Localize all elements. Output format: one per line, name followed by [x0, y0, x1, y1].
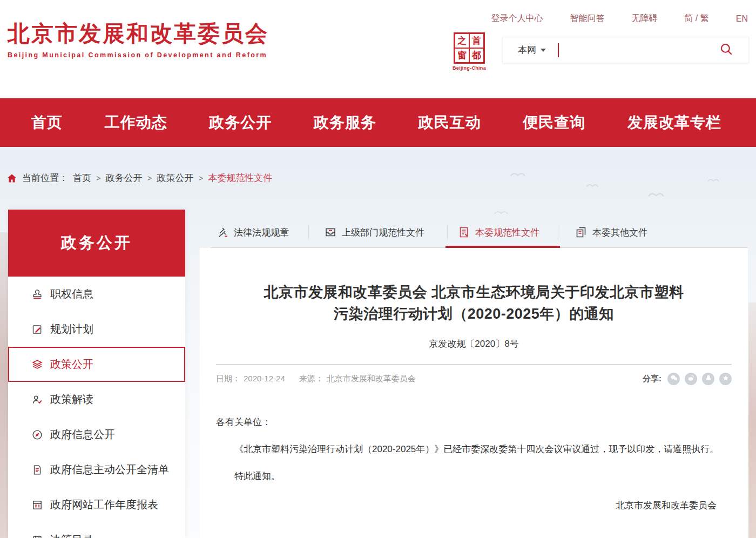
article-title-line: 北京市发展和改革委员会 北京市生态环境局关于印发北京市塑料 — [264, 284, 684, 300]
sidebar-item-label: 政府信息主动公开全清单 — [50, 462, 169, 477]
utility-link-4[interactable]: EN — [736, 14, 748, 24]
inbox-icon — [324, 226, 337, 239]
capital-window-seal-logo[interactable]: 之首窗都 Beijing-China — [450, 32, 489, 71]
sidebar-item-政策公开[interactable]: 政策公开 — [8, 347, 185, 382]
breadcrumb-separator: > — [96, 173, 101, 183]
tab-法律法规规章[interactable]: 法律法规规章 — [216, 217, 289, 247]
sidebar-item-决策目录[interactable]: 决策目录 — [8, 522, 185, 538]
search-bar: 本网 — [502, 37, 749, 63]
site-subtitle: Beijing Municipal Commission of Developm… — [8, 51, 269, 59]
site-logo[interactable]: 北京市发展和改革委员会 Beijing Municipal Commission… — [8, 23, 269, 59]
seal-char: 之 — [455, 34, 469, 48]
source-label: 来源： — [299, 374, 323, 384]
nav-item[interactable]: 政民互动 — [418, 112, 481, 133]
sidebar-title: 政务公开 — [8, 210, 185, 277]
article-meta: 日期：2020-12-24 来源：北京市发展和改革委员会 分享: — [216, 373, 732, 385]
list-doc-icon — [31, 464, 43, 476]
breadcrumb-current[interactable]: 本委规范性文件 — [208, 172, 272, 184]
tab-上级部门规范性文件[interactable]: 上级部门规范性文件 — [324, 217, 424, 247]
catalog-icon — [31, 534, 43, 538]
bird-watermark — [707, 175, 719, 185]
sidebar-item-规划计划[interactable]: 规划计划 — [8, 312, 185, 347]
nav-item[interactable]: 政务公开 — [209, 112, 272, 133]
nav-item[interactable]: 便民查询 — [523, 112, 585, 133]
compass-icon — [31, 429, 43, 441]
tab-本委其他文件[interactable]: 本委其他文件 — [575, 217, 647, 247]
seal-char: 都 — [470, 49, 483, 62]
utility-link-3[interactable]: 简 / 繁 — [684, 13, 708, 24]
article-title: 北京市发展和改革委员会 北京市生态环境局关于印发北京市塑料污染治理行动计划（20… — [261, 281, 687, 325]
utility-link-0[interactable]: 登录个人中心 — [491, 13, 543, 24]
nav-item[interactable]: 首页 — [31, 112, 63, 133]
sidebar-item-label: 政府网站工作年度报表 — [50, 497, 158, 512]
nav-item[interactable]: 发展改革专栏 — [627, 112, 721, 133]
date-value: 2020-12-24 — [244, 374, 285, 384]
left-edge-watermark — [0, 232, 8, 538]
law-icon — [216, 226, 229, 239]
sidebar-item-label: 政策解读 — [50, 392, 93, 407]
weibo-share-button[interactable] — [685, 373, 697, 385]
main-nav: 首页工作动态政务公开政务服务政民互动便民查询发展改革专栏 — [0, 98, 756, 147]
sidebar-item-政府信息公开[interactable]: 政府信息公开 — [8, 417, 185, 452]
breadcrumb-link[interactable]: 政策公开 — [157, 172, 194, 184]
seal-char: 首 — [470, 34, 483, 48]
date-label: 日期： — [216, 374, 240, 384]
doc-number: 京发改规〔2020〕8号 — [200, 338, 748, 350]
sidebar-item-政策解读[interactable]: 政策解读 — [8, 382, 185, 417]
breadcrumb-separator: > — [147, 173, 152, 183]
home-icon[interactable] — [6, 173, 17, 184]
article-title-line: 污染治理行动计划（2020-2025年）的通知 — [334, 306, 614, 322]
nav-item[interactable]: 政务服务 — [314, 112, 376, 133]
sidebar-item-label: 职权信息 — [50, 287, 93, 301]
breadcrumb-link[interactable]: 政务公开 — [106, 172, 143, 184]
signature: 北京市发展和改革委员会 — [216, 495, 732, 516]
utility-link-2[interactable]: 无障碍 — [631, 13, 657, 24]
search-button[interactable] — [716, 42, 737, 58]
qq-share-icon — [705, 374, 712, 384]
breadcrumb-link[interactable]: 首页 — [73, 172, 91, 184]
salutation: 各有关单位： — [216, 412, 732, 433]
sidebar-item-label: 规划计划 — [50, 322, 93, 337]
right-edge-watermark — [748, 302, 756, 538]
tab-divider — [558, 225, 558, 239]
search-scope-dropdown[interactable]: 本网 — [518, 44, 546, 56]
paragraph: 特此通知。 — [216, 466, 732, 487]
breadcrumb-separator: > — [199, 173, 204, 183]
bird-watermark — [648, 190, 664, 200]
docs-copy-icon — [575, 226, 588, 239]
weibo-share-icon — [687, 374, 695, 384]
chevron-down-icon — [541, 49, 546, 52]
date-source: 日期：2020-12-24 来源：北京市发展和改革委员会 — [216, 374, 416, 384]
breadcrumb: 当前位置： 首页>政务公开>政策公开>本委规范性文件 — [6, 172, 272, 184]
tab-label: 本委规范性文件 — [475, 226, 539, 239]
report-icon — [31, 499, 43, 511]
qq-share-button[interactable] — [702, 373, 714, 385]
sidebar-item-政府信息主动公开全清单[interactable]: 政府信息主动公开全清单 — [8, 452, 185, 487]
tab-label: 本委其他文件 — [592, 226, 647, 239]
stamp-icon — [31, 288, 43, 300]
tab-label: 上级部门规范性文件 — [342, 226, 424, 239]
doc-pen-icon — [457, 226, 470, 239]
sidebar-item-label: 政府信息公开 — [50, 427, 115, 442]
seal-caption: Beijing-China — [450, 65, 489, 71]
interpret-icon — [31, 394, 43, 406]
site-title: 北京市发展和改革委员会 — [8, 23, 269, 45]
title-separator — [216, 364, 732, 365]
more-share-button[interactable] — [719, 373, 732, 385]
sidebar-item-职权信息[interactable]: 职权信息 — [8, 277, 185, 312]
tab-divider — [308, 225, 309, 239]
utility-link-1[interactable]: 智能问答 — [570, 13, 604, 24]
tab-本委规范性文件[interactable]: 本委规范性文件 — [457, 217, 539, 247]
nav-item[interactable]: 工作动态 — [105, 112, 167, 133]
article-panel: 北京市发展和改革委员会 北京市生态环境局关于印发北京市塑料污染治理行动计划（20… — [200, 248, 748, 538]
bird-watermark — [510, 170, 525, 179]
source-value: 北京市发展和改革委员会 — [327, 374, 416, 384]
seal-grid: 之首窗都 — [454, 32, 485, 64]
tab-label: 法律法规规章 — [234, 226, 289, 239]
search-input[interactable] — [559, 37, 716, 63]
sidebar-item-政府网站工作年度报表[interactable]: 政府网站工作年度报表 — [8, 487, 185, 522]
sidebar-item-label: 政策公开 — [50, 357, 93, 372]
wechat-share-button[interactable] — [667, 373, 680, 385]
breadcrumb-prefix: 当前位置： — [22, 172, 68, 184]
layers-icon — [31, 359, 43, 371]
